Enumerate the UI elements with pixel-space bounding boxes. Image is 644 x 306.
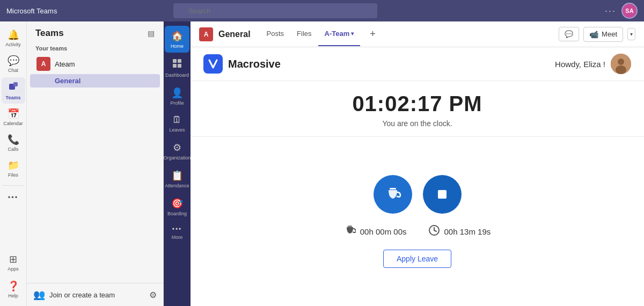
rail-label-teams: Teams — [6, 95, 21, 100]
channel-item-general[interactable]: General — [30, 74, 160, 88]
attendance-nav-icon: 📋 — [171, 170, 183, 181]
clock-status: You are on the clock. — [382, 119, 452, 128]
sidebar-title: Teams — [35, 28, 64, 39]
rail-label-chat: Chat — [8, 68, 18, 73]
channel-header-right: 💬 📹 Meet ▾ — [559, 27, 635, 42]
channel-avatar: A — [199, 27, 213, 41]
app-nav-attendance[interactable]: 📋 Attendance — [165, 165, 189, 192]
timers-row: 00h 00m 00s 00h 13m 19s — [344, 224, 491, 239]
app-nav-home[interactable]: 🏠 Home — [165, 26, 189, 53]
organization-nav-icon: ⚙ — [173, 142, 181, 154]
tab-files[interactable]: Files — [290, 22, 318, 46]
break-timer-value: 00h 00m 00s — [360, 227, 407, 236]
app-nav-leaves[interactable]: 🗓 Leaves — [165, 110, 189, 136]
boarding-nav-icon: 🎯 — [171, 198, 183, 209]
meet-button[interactable]: 📹 Meet — [583, 27, 623, 42]
apps-icon: ⊞ — [9, 253, 17, 265]
channel-header: A General Posts Files A-Team ▾ + 💬 📹 — [191, 21, 644, 47]
app-nav-profile[interactable]: 👤 Profile — [165, 83, 189, 110]
app-nav-dashboard[interactable]: Dashboard — [165, 54, 189, 82]
teams-sidebar: Teams ▤ Your teams A Ateam ••• General 👥… — [27, 21, 164, 306]
rail-item-calendar[interactable]: 📅 Calendar — [2, 105, 25, 129]
search-wrapper: 🔍 — [173, 3, 377, 18]
app-greeting-area: Howdy, Eliza ! — [555, 54, 631, 74]
svg-rect-1 — [13, 82, 18, 86]
chat-button[interactable]: 💬 — [559, 27, 579, 41]
app-logo: Macrosive — [203, 54, 281, 74]
channel-name-general: General — [55, 77, 80, 85]
rail-item-chat[interactable]: 💬 Chat — [2, 52, 25, 76]
calls-icon: 📞 — [8, 134, 19, 145]
home-nav-icon: 🏠 — [171, 30, 183, 42]
rail-label-files: Files — [8, 172, 18, 178]
rail-item-activity[interactable]: 🔔 Activity — [2, 26, 25, 50]
rail-label-apps: Apps — [8, 266, 19, 272]
teams-icon — [8, 81, 19, 94]
tab-ateam-label: A-Team — [325, 30, 350, 38]
rail-item-files[interactable]: 📁 Files — [2, 156, 25, 181]
rail-label-calendar: Calendar — [3, 121, 23, 126]
files-icon: 📁 — [8, 159, 19, 171]
filter-icon[interactable]: ▤ — [148, 29, 155, 38]
greeting-text: Howdy, Eliza ! — [555, 60, 605, 69]
settings-icon[interactable]: ⚙ — [149, 290, 157, 300]
chat-btn-icon: 💬 — [565, 30, 573, 38]
team-item-ateam[interactable]: A Ateam ••• — [30, 54, 160, 74]
leaves-nav-label: Leaves — [169, 127, 185, 133]
svg-rect-2 — [173, 59, 177, 63]
add-tab-button[interactable]: + — [365, 28, 380, 40]
svg-point-7 — [618, 59, 624, 65]
svg-point-8 — [616, 65, 626, 74]
tab-posts[interactable]: Posts — [260, 22, 291, 46]
app-nav-more[interactable]: ••• More — [165, 221, 189, 244]
profile-nav-icon: 👤 — [171, 87, 183, 99]
rail-label-help: Help — [8, 293, 18, 298]
activity-icon: 🔔 — [8, 29, 19, 41]
rail-label-calls: Calls — [8, 147, 18, 152]
dashboard-nav-icon — [172, 58, 182, 71]
tab-ateam[interactable]: A-Team ▾ — [318, 22, 361, 46]
timer-clock: 00h 13m 19s — [428, 224, 491, 239]
channel-tabs: Posts Files A-Team ▾ — [260, 22, 361, 46]
join-team-text: Join or create a team — [49, 291, 115, 299]
user-avatar-titlebar[interactable]: SA — [621, 3, 638, 19]
meet-label: Meet — [602, 30, 617, 38]
content-area: A General Posts Files A-Team ▾ + 💬 📹 — [191, 21, 644, 306]
profile-nav-label: Profile — [170, 100, 184, 106]
action-section: 00h 00m 00s 00h 13m 19s Apply — [191, 137, 644, 306]
attendance-nav-label: Attendance — [165, 183, 189, 189]
rail-item-help[interactable]: ❓ Help — [2, 277, 25, 302]
rail-item-more[interactable]: ••• — [2, 190, 25, 205]
help-icon: ❓ — [8, 280, 19, 292]
clock-time: 01:02:17 PM — [352, 92, 482, 116]
app-logo-icon — [203, 54, 223, 74]
channel-header-name: General — [218, 30, 251, 39]
clock-timer-icon — [428, 224, 440, 239]
rail-label-activity: Activity — [5, 42, 21, 47]
title-ellipsis[interactable]: ··· — [605, 5, 616, 17]
join-team-button[interactable]: 👥 Join or create a team — [33, 289, 115, 301]
rail-item-apps[interactable]: ⊞ Apps — [2, 250, 25, 275]
sidebar-header: Teams ▤ — [27, 21, 163, 43]
svg-rect-11 — [348, 226, 352, 227]
apply-leave-button[interactable]: Apply Leave — [383, 250, 451, 268]
break-button[interactable] — [374, 175, 412, 214]
rail-item-teams[interactable]: Teams — [2, 77, 25, 104]
search-input[interactable] — [173, 3, 377, 18]
rail-item-calls[interactable]: 📞 Calls — [2, 130, 25, 155]
home-nav-label: Home — [171, 43, 184, 49]
meet-icon: 📹 — [589, 30, 598, 39]
app-nav-organization[interactable]: ⚙ Organization — [165, 137, 189, 164]
chat-icon: 💬 — [8, 55, 19, 67]
svg-rect-9 — [390, 188, 396, 190]
timer-break: 00h 00m 00s — [344, 224, 407, 239]
more-nav-icon: ••• — [172, 225, 182, 233]
sidebar-bottom: 👥 Join or create a team ⚙ — [27, 283, 163, 306]
clock-section: 01:02:17 PM You are on the clock. — [191, 81, 644, 137]
leaves-nav-icon: 🗓 — [172, 114, 182, 126]
app-nav-boarding[interactable]: 🎯 Boarding — [165, 193, 189, 220]
meet-dropdown-arrow[interactable]: ▾ — [627, 28, 635, 40]
tab-dropdown-arrow: ▾ — [351, 31, 354, 37]
user-avatar-app — [611, 54, 631, 74]
stop-button[interactable] — [423, 175, 462, 214]
